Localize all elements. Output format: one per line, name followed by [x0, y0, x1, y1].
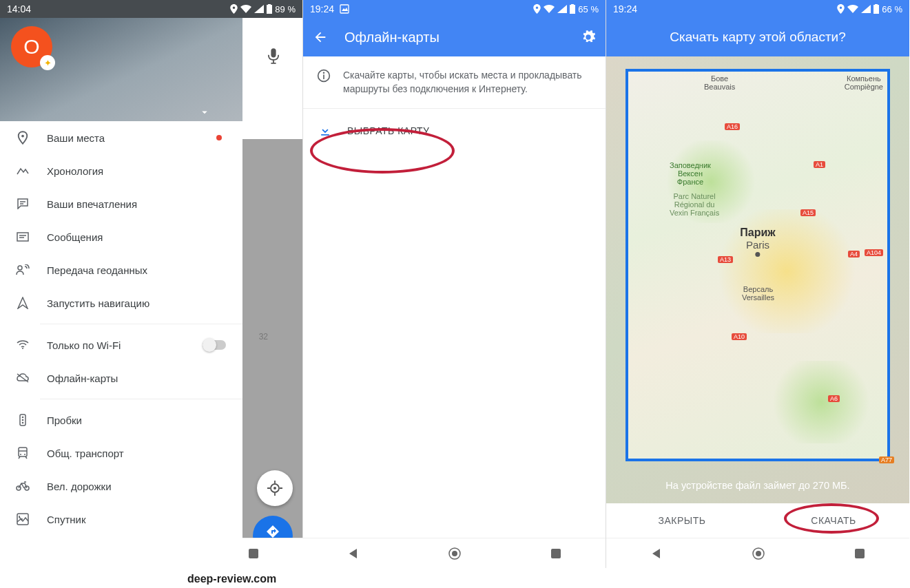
cancel-button[interactable]: ЗАКРЫТЬ	[606, 503, 758, 538]
transit-icon	[15, 447, 30, 459]
wifi-icon	[15, 340, 30, 350]
city-compiegne: КомпьеньCompiègne	[845, 74, 883, 91]
avatar-letter: O	[23, 35, 39, 59]
status-time: 19:24	[613, 3, 637, 14]
menu-label: Ваши места	[47, 132, 105, 144]
home-nav-icon[interactable]	[448, 547, 462, 560]
recent-nav-icon[interactable]	[550, 548, 561, 559]
status-bar: 19:24 66 %	[606, 0, 909, 18]
road-badge: A15	[800, 209, 816, 216]
svg-point-2	[18, 266, 22, 270]
location-icon	[533, 4, 541, 14]
back-button[interactable]	[313, 30, 328, 45]
map-selection-frame[interactable]: Париж Paris ВерсальVersailles БовеBeauva…	[625, 69, 890, 461]
menu-label: Только по Wi-Fi	[47, 339, 121, 351]
status-time: 14:04	[7, 3, 31, 14]
app-bar-title: Офлайн-карты	[344, 30, 564, 45]
screen-offline-maps: 19:24 65 % Офлайн-карты Скачайте карты, …	[303, 0, 606, 568]
svg-rect-27	[855, 549, 865, 558]
wifi-only-toggle[interactable]	[203, 340, 226, 350]
road-badge: A16	[725, 123, 740, 130]
wifi-icon	[240, 5, 251, 13]
menu-start-navigation[interactable]: Запустить навигацию	[0, 286, 242, 319]
home-nav-icon[interactable]	[752, 547, 765, 560]
back-nav-icon[interactable]	[347, 547, 360, 560]
menu-label: Сообщения	[47, 231, 103, 243]
settings-button[interactable]	[581, 30, 596, 45]
cloud-off-icon	[15, 372, 30, 384]
wifi-icon	[544, 5, 555, 13]
info-icon	[317, 69, 331, 96]
menu-satellite[interactable]: Спутник	[0, 503, 242, 536]
svg-point-10	[24, 454, 25, 455]
screen-drawer: 14:04 89 % O ✦	[0, 0, 303, 568]
download-title: Скачать карту этой области?	[606, 18, 909, 56]
location-icon	[230, 4, 238, 14]
wifi-icon	[847, 5, 858, 13]
road-badge: A77	[879, 456, 894, 463]
battery-icon	[570, 4, 575, 14]
menu-transit[interactable]: Общ. транспорт	[0, 437, 242, 470]
menu-label: Офлайн-карты	[47, 372, 118, 384]
download-size-text: На устройстве файл займет до 270 МБ.	[606, 480, 909, 491]
recent-nav-icon[interactable]	[854, 548, 865, 559]
road-badge: A6	[828, 395, 840, 402]
info-text: Скачайте карты, чтобы искать места и про…	[343, 69, 592, 96]
road-badge: A10	[732, 333, 747, 340]
menu-label: Хронология	[47, 165, 103, 177]
svg-rect-20	[323, 74, 324, 79]
location-share-icon	[15, 264, 30, 275]
chat-icon	[15, 198, 30, 209]
voice-search-button[interactable]	[257, 39, 290, 72]
menu-offline-maps[interactable]: Офлайн-карты	[0, 361, 242, 395]
satellite-icon	[15, 513, 30, 525]
status-battery: 66 %	[882, 4, 902, 14]
navigation-icon	[15, 297, 30, 309]
menu-timeline[interactable]: Хронология	[0, 154, 242, 187]
back-nav-icon[interactable]	[650, 547, 663, 560]
avatar[interactable]: O ✦	[11, 26, 52, 67]
menu-wifi-only[interactable]: Только по Wi-Fi	[0, 328, 242, 361]
map-background[interactable]: 32 В ПУТЬ	[242, 139, 302, 568]
menu-contributions[interactable]: Ваши впечатления	[0, 187, 242, 220]
bike-icon	[15, 481, 30, 491]
android-navbar	[303, 538, 606, 568]
status-battery: 65 %	[578, 4, 599, 14]
svg-rect-24	[551, 549, 561, 558]
road-badge: A104	[865, 249, 883, 256]
svg-point-19	[323, 72, 325, 74]
map-label: 32	[259, 332, 268, 342]
menu-bike[interactable]: Вел. дорожки	[0, 470, 242, 503]
messages-icon	[15, 232, 30, 242]
image-icon	[340, 4, 349, 14]
chevron-down-icon[interactable]	[198, 106, 211, 118]
select-map-button[interactable]: ВЫБРАТЬ КАРТУ	[303, 109, 606, 153]
status-battery: 89 %	[275, 4, 296, 14]
menu-traffic[interactable]: Пробки	[0, 403, 242, 437]
my-location-button[interactable]	[257, 470, 293, 506]
menu-label: Вел. дорожки	[47, 481, 112, 492]
road-badge: A1	[814, 161, 825, 168]
svg-point-5	[22, 417, 24, 419]
timeline-icon	[15, 166, 30, 176]
download-button[interactable]: СКАЧАТЬ	[758, 503, 909, 538]
signal-icon	[861, 5, 871, 13]
notification-dot-icon	[216, 135, 222, 140]
park-vexin-fr: Parc Naturel Régional du Vexin Français	[670, 192, 719, 217]
svg-rect-30	[249, 549, 258, 558]
menu-location-sharing[interactable]: Передача геоданных	[0, 253, 242, 286]
svg-point-16	[273, 487, 276, 490]
status-bar: 19:24 65 %	[303, 0, 606, 18]
menu-your-places[interactable]: Ваши места	[0, 121, 242, 154]
menu-messages[interactable]: Сообщения	[0, 220, 242, 253]
menu-label: Общ. транспорт	[47, 448, 124, 459]
road-badge: A13	[718, 256, 733, 263]
crosshair-icon	[267, 481, 282, 496]
signal-icon	[254, 5, 264, 13]
status-bar: 14:04 89 %	[0, 0, 302, 18]
svg-rect-14	[271, 48, 276, 57]
pin-icon	[15, 131, 30, 145]
map-area[interactable]: Париж Paris ВерсальVersailles БовеBeauva…	[606, 56, 909, 503]
svg-rect-8	[19, 448, 27, 456]
recent-nav-icon[interactable]	[248, 548, 259, 559]
